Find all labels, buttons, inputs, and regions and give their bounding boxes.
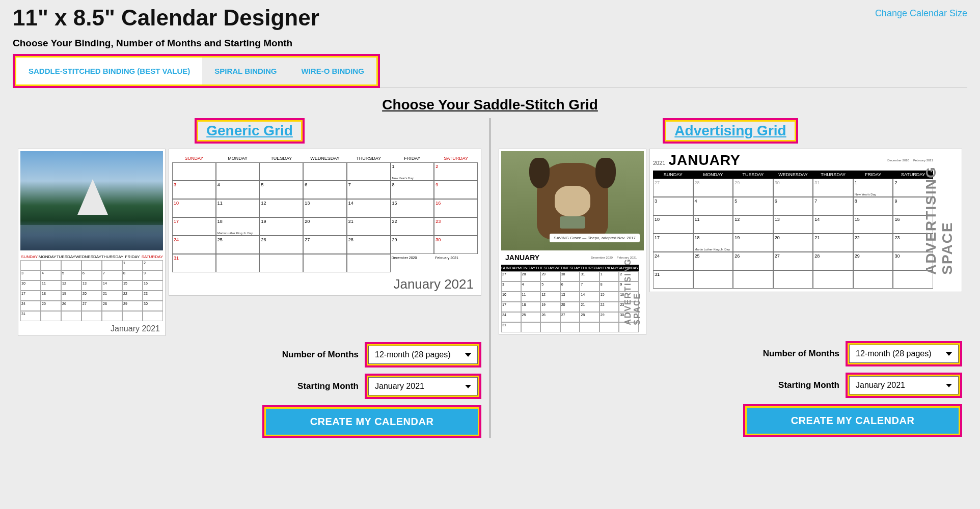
- advertising-grid-column: Advertising Grid SAVING Grace — Shepo, a…: [494, 118, 967, 438]
- generic-grid-column: Generic Grid SUNDAY MONDAY TUESDAY WEDNE…: [13, 118, 486, 438]
- year-label: 2021: [653, 160, 665, 166]
- ad-space-label-small: ADVERTISING SPACE: [623, 258, 642, 325]
- start-month-value: January 2021: [856, 381, 905, 390]
- create-button-highlight: CREATE MY CALENDAR: [262, 405, 481, 438]
- instructions-subtitle: Choose Your Binding, Number of Months an…: [13, 38, 967, 49]
- day-header: TUESDAY: [259, 154, 303, 162]
- day-header: TUESDAY: [535, 265, 554, 271]
- create-calendar-button[interactable]: CREATE MY CALENDAR: [266, 409, 478, 435]
- caret-down-icon: [465, 385, 471, 388]
- caret-down-icon: [946, 352, 952, 356]
- advertising-grid-link[interactable]: Advertising Grid: [666, 122, 794, 140]
- advertising-small-preview: SAVING Grace — Shepo, adopted Nov. 2017 …: [499, 149, 646, 335]
- large-month-black: JANUARY: [668, 152, 740, 168]
- day-header: THURSDAY: [101, 253, 123, 260]
- day-header: MONDAY: [518, 265, 536, 271]
- prev-month-tiny: December 2020: [887, 159, 909, 162]
- create-calendar-button-adv[interactable]: CREATE MY CALENDAR: [747, 408, 959, 434]
- start-month-label: Starting Month: [778, 380, 839, 390]
- day-header: TUESDAY: [57, 253, 75, 260]
- binding-tabs: SADDLE-STITCHED BINDING (BEST VALUE) SPI…: [16, 58, 376, 84]
- day-header: WEDNESDAY: [303, 154, 347, 162]
- months-select-adv[interactable]: 12-month (28 pages): [849, 345, 959, 363]
- generic-large-preview: SUNDAY MONDAY TUESDAY WEDNESDAY THURSDAY…: [169, 149, 481, 296]
- advertising-large-preview: 2021 JANUARY December 2020 February 2021…: [649, 149, 962, 292]
- column-divider: [489, 118, 491, 438]
- months-select-highlight: 12-month (28 pages): [846, 341, 962, 366]
- start-month-select-adv[interactable]: January 2021: [849, 376, 959, 394]
- months-select-value: 12-month (28 pages): [856, 349, 932, 358]
- months-select[interactable]: 12-month (28 pages): [368, 346, 478, 364]
- day-header: WEDNESDAY: [773, 171, 813, 179]
- start-month-label: Starting Month: [297, 381, 359, 391]
- prev-month-tiny: December 2020: [591, 256, 613, 259]
- mini-cal-grid: 12 3456789 10111213141516 17181920212223…: [20, 260, 163, 321]
- generic-grid-link[interactable]: Generic Grid: [198, 122, 301, 140]
- day-header: FRIDAY: [603, 265, 617, 271]
- large-cal-grid: 1New Year's Day2 3456789 10111213141516 …: [172, 162, 478, 272]
- day-header: TUESDAY: [733, 171, 773, 179]
- generic-grid-title-highlight: Generic Grid: [195, 118, 305, 144]
- create-button-highlight: CREATE MY CALENDAR: [743, 404, 962, 437]
- advertising-grid-title-highlight: Advertising Grid: [663, 118, 798, 144]
- day-header: MONDAY: [38, 253, 56, 260]
- mini-month-label: January 2021: [20, 324, 163, 333]
- day-header: THURSDAY: [813, 171, 853, 179]
- day-header: WEDNESDAY: [554, 265, 580, 271]
- next-month-tiny: February 2021: [913, 159, 933, 162]
- day-header: FRIDAY: [391, 154, 434, 162]
- large-cal-grid-adv: 27282930311New Year's Day2 3456789 10111…: [653, 179, 933, 289]
- mini-cal-grid-adv: 272829303112 3456789 10111213141516 1718…: [501, 271, 639, 332]
- generic-small-preview: SUNDAY MONDAY TUESDAY WEDNESDAY THURSDAY…: [18, 149, 166, 336]
- tab-wireo[interactable]: WIRE-O BINDING: [289, 58, 376, 84]
- start-month-select-highlight: January 2021: [365, 374, 481, 399]
- months-select-value: 12-month (28 pages): [375, 350, 451, 359]
- ad-space-label-large: ADVERTISING SPACE: [923, 166, 956, 274]
- day-header: SUNDAY: [501, 265, 518, 271]
- start-month-value: January 2021: [375, 382, 424, 391]
- day-header: THURSDAY: [580, 265, 602, 271]
- large-month-label: January 2021: [172, 276, 478, 292]
- day-header: SUNDAY: [653, 171, 693, 179]
- months-select-highlight: 12-month (28 pages): [365, 342, 481, 367]
- day-header: WEDNESDAY: [75, 253, 101, 260]
- day-header: FRIDAY: [123, 253, 141, 260]
- day-header: SATURDAY: [142, 253, 163, 260]
- start-month-select-highlight: January 2021: [846, 373, 962, 398]
- page-title: 11" x 8.5" Calendar Designer: [13, 5, 319, 31]
- caret-down-icon: [946, 384, 952, 387]
- start-month-select[interactable]: January 2021: [368, 377, 478, 395]
- months-label: Number of Months: [282, 350, 359, 360]
- day-header: MONDAY: [693, 171, 733, 179]
- day-header: SATURDAY: [434, 154, 478, 162]
- mountain-photo: [20, 151, 163, 250]
- day-header: SUNDAY: [20, 253, 38, 260]
- change-size-link[interactable]: Change Calendar Size: [875, 8, 967, 19]
- day-header: FRIDAY: [853, 171, 893, 179]
- day-header: MONDAY: [216, 154, 260, 162]
- day-header: THURSDAY: [347, 154, 391, 162]
- grid-section-title: Choose Your Saddle-Stitch Grid: [13, 97, 967, 113]
- saving-grace-badge: SAVING Grace — Shepo, adopted Nov. 2017: [550, 234, 640, 242]
- tab-spiral[interactable]: SPIRAL BINDING: [202, 58, 289, 84]
- day-header: SUNDAY: [172, 154, 216, 162]
- binding-tabs-highlight: SADDLE-STITCHED BINDING (BEST VALUE) SPI…: [13, 54, 380, 88]
- mini-month-label-black: JANUARY: [503, 251, 541, 264]
- caret-down-icon: [465, 353, 471, 357]
- tab-saddle-stitched[interactable]: SADDLE-STITCHED BINDING (BEST VALUE): [16, 58, 202, 84]
- dog-photo: SAVING Grace — Shepo, adopted Nov. 2017: [501, 151, 644, 250]
- months-label: Number of Months: [763, 349, 839, 359]
